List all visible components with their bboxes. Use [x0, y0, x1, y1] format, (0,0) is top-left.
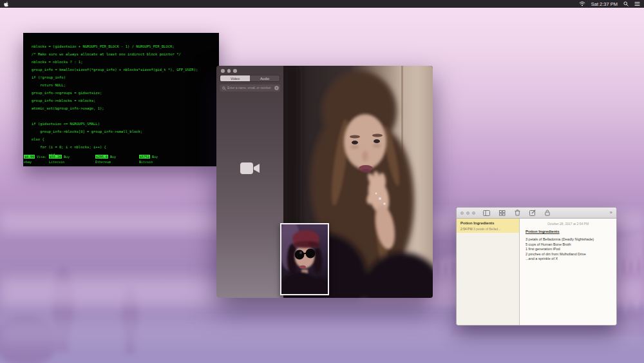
facetime-sidebar: Video Audio [216, 66, 283, 298]
lips [299, 266, 306, 269]
close-button[interactable] [460, 211, 464, 215]
lock-icon[interactable] [545, 210, 550, 216]
window-controls [221, 69, 237, 73]
add-contact-icon[interactable] [274, 86, 279, 90]
terminal-ticker: $0.99 Visa: ebay $55.20 Buy Litecoin $29… [24, 155, 178, 164]
ticker-asset: ebay [24, 160, 49, 165]
self-view-pip[interactable] [280, 223, 329, 295]
zoom-button[interactable] [472, 211, 475, 215]
ticker-action: Visa: [35, 155, 46, 159]
sidebar-toggle-icon[interactable] [483, 210, 490, 216]
face [344, 114, 386, 170]
ticker-price-badge: $55.20 [49, 155, 62, 159]
note-item-preview: 3 petals of Bellad... [473, 227, 501, 231]
ticker-price-badge: $295.6 [95, 155, 108, 159]
clock-text: Sat 2:37 PM [591, 1, 618, 7]
ticker-entry: $55.20 Buy Litecoin [49, 155, 95, 164]
apple-menu[interactable] [4, 1, 9, 7]
ticker-price-badge: $5751 [139, 155, 150, 159]
tab-video[interactable]: Video [220, 75, 250, 81]
terminal-code: nblocks = (gidsetsize + NGROUPS_PER_BLOC… [23, 33, 219, 159]
apple-icon [4, 1, 9, 7]
note-item-time: 2:54 PM [460, 227, 473, 231]
menu-bar: Sat 2:37 PM [0, 0, 644, 8]
zoom-button[interactable] [233, 69, 237, 73]
tab-audio-label: Audio [260, 77, 269, 81]
notification-center-button[interactable] [634, 1, 640, 6]
search-icon [222, 86, 226, 90]
notes-window[interactable]: » Potion Ingredients 2:54 PM 3 petals of… [456, 207, 617, 326]
wifi-icon [579, 1, 585, 6]
ticker-entry: $295.6 Buy Ethereum [95, 155, 139, 164]
ticker-action: Buy [108, 155, 116, 159]
ticker-asset: Bitcoin [139, 160, 178, 165]
video-camera-icon [239, 161, 261, 175]
close-button[interactable] [221, 69, 225, 73]
call-type-tabs: Video Audio [220, 75, 280, 82]
ticker-asset: Litecoin [49, 160, 95, 165]
note-title: Potion Ingredients [526, 230, 616, 233]
terminal-window[interactable]: nblocks = (gidsetsize + NGROUPS_PER_BLOC… [23, 33, 219, 166]
notes-list-pane: Potion Ingredients 2:54 PM 3 petals of B… [457, 219, 519, 325]
toolbar-overflow-chevrons[interactable]: » [610, 210, 612, 215]
clock[interactable]: Sat 2:37 PM [591, 1, 618, 7]
ticker-asset: Ethereum [95, 160, 139, 165]
tab-audio[interactable]: Audio [250, 75, 279, 81]
search-input[interactable] [227, 86, 274, 90]
list-icon [634, 1, 640, 6]
ticker-entry: $5751 Buy Bitcoin [139, 155, 178, 164]
note-item-title: Potion Ingredients [460, 221, 516, 225]
note-body: 3 petals of Belladonna (Deadly Nightshad… [526, 237, 616, 262]
note-list-item-selected[interactable]: Potion Ingredients 2:54 PM 3 petals of B… [457, 219, 519, 233]
contact-search-field[interactable] [220, 84, 280, 92]
ticker-action: Buy [62, 155, 70, 159]
minimize-button[interactable] [227, 69, 231, 73]
notes-toolbar: » [457, 208, 616, 219]
self-portrait [281, 224, 328, 294]
ticker-price-badge: $0.99 [24, 155, 35, 159]
facetime-window[interactable]: Video Audio [216, 66, 433, 298]
window-controls [460, 211, 475, 215]
ticker-entry: $0.99 Visa: ebay [24, 155, 49, 164]
wifi-menu[interactable] [579, 1, 585, 6]
grid-view-icon[interactable] [499, 210, 506, 216]
spotlight-button[interactable] [623, 1, 629, 6]
note-editor-pane[interactable]: October 28, 2017 at 2:54 PM Potion Ingre… [519, 219, 616, 325]
compose-icon[interactable] [529, 210, 536, 216]
minimize-button[interactable] [466, 211, 469, 215]
search-icon [623, 1, 629, 6]
ticker-action: Buy [150, 155, 158, 159]
trash-icon[interactable] [515, 210, 520, 216]
note-date: October 28, 2017 at 2:54 PM [520, 222, 616, 226]
tab-video-label: Video [231, 77, 240, 81]
facetime-camera-area [216, 161, 283, 178]
